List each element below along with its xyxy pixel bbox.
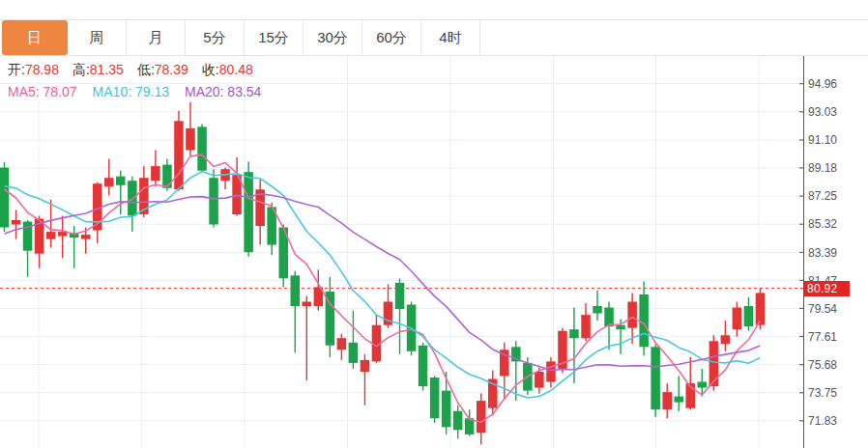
tab-m5[interactable]: 5分 (186, 20, 245, 55)
chart-area: 开:78.98高:81.35低:78.39收:80.48 MA5: 78.07M… (0, 56, 868, 448)
ohlc-close: 收:80.48 (202, 62, 253, 77)
candle-body (721, 335, 731, 344)
candle-body (430, 378, 440, 418)
candle-body (337, 338, 347, 350)
candle-body (651, 347, 660, 409)
candle-body (303, 302, 312, 307)
candle-body (744, 306, 754, 326)
candle-body (197, 126, 207, 170)
candle-body (116, 177, 126, 185)
candle-body (128, 181, 137, 215)
candle-body (291, 275, 301, 306)
candle-body (58, 232, 68, 237)
tab-m15[interactable]: 15分 (245, 20, 304, 55)
candle-body (453, 411, 463, 431)
candle-body (186, 128, 195, 151)
candle-body (756, 293, 766, 324)
ohlc-low: 低:78.39 (137, 62, 188, 77)
candle-body (639, 294, 649, 347)
ohlc-high: 高:81.35 (72, 62, 124, 77)
tab-week[interactable]: 周 (68, 20, 127, 55)
tab-month[interactable]: 月 (127, 20, 186, 55)
ma-readout-ma5: MA5: 78.07 (8, 84, 77, 99)
y-axis-label: 87.25 (808, 189, 837, 203)
candle-body (581, 315, 591, 338)
y-axis-label: 83.39 (808, 246, 837, 260)
top-strip (0, 0, 868, 20)
y-axis-label: 85.32 (808, 217, 837, 231)
candle-body (419, 346, 428, 386)
candle-body (162, 165, 172, 188)
candlestick-chart[interactable]: 94.9693.0391.1089.1887.2585.3283.3981.47… (0, 56, 868, 448)
candle-body (0, 168, 9, 228)
tab-h4[interactable]: 4时 (421, 20, 480, 55)
tab-day[interactable]: 日 (2, 20, 68, 55)
candle-body (593, 306, 602, 314)
tab-m60[interactable]: 60分 (362, 20, 421, 55)
y-axis-label: 94.96 (808, 77, 837, 91)
candle-body (395, 283, 405, 309)
candle-body (151, 166, 160, 181)
candle-body (477, 401, 486, 433)
y-axis-label: 93.03 (808, 105, 837, 119)
candle-body (546, 361, 556, 381)
candle-body (442, 391, 451, 428)
y-axis-label: 73.75 (808, 386, 837, 400)
candle-body (698, 382, 708, 388)
candle-body (349, 343, 359, 363)
candle-body (616, 325, 625, 330)
y-axis-label: 75.68 (808, 358, 837, 372)
candle-body (535, 372, 544, 388)
ma-readout: MA5: 78.07MA10: 79.13MA20: 83.54 (8, 84, 276, 99)
candle-body (244, 172, 253, 252)
current-price-badge: 80.92 (804, 281, 850, 296)
candle-body (733, 308, 742, 330)
candle-body (46, 232, 56, 239)
y-axis-label: 79.54 (808, 302, 837, 316)
y-axis-label: 77.61 (808, 330, 837, 344)
ohlc-readout: 开:78.98高:81.35低:78.39收:80.48 (8, 62, 267, 79)
candle-body (604, 308, 614, 327)
candle-body (174, 121, 184, 189)
y-axis-label: 89.18 (808, 161, 837, 175)
y-axis-label: 71.83 (808, 414, 837, 428)
candle-body (569, 329, 579, 338)
candle-body (104, 178, 114, 186)
ohlc-open: 开:78.98 (8, 62, 59, 77)
ma-readout-ma20: MA20: 83.54 (185, 84, 261, 99)
candle-body (675, 397, 684, 403)
candle-body (361, 360, 370, 372)
candle-body (627, 302, 637, 328)
candle-body (81, 235, 91, 239)
candle-body (12, 220, 20, 225)
y-axis-label: 91.10 (808, 133, 837, 147)
candle-body (709, 341, 719, 386)
interval-tabbar: 日周月5分15分30分60分4时 (0, 20, 868, 56)
tab-m30[interactable]: 30分 (304, 20, 362, 55)
candle-body (209, 178, 218, 224)
ma-readout-ma10: MA10: 79.13 (93, 84, 169, 99)
candle-body (663, 392, 673, 409)
